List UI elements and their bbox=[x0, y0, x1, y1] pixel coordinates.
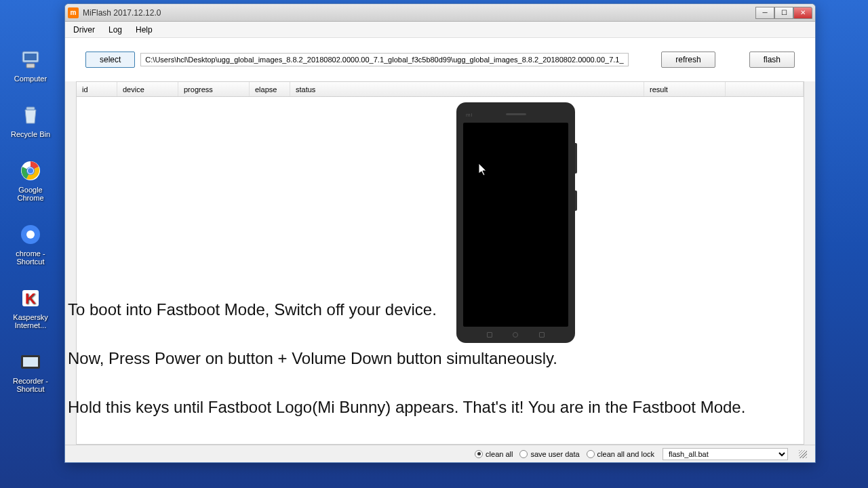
window-title: MiFlash 2017.12.12.0 bbox=[83, 8, 755, 18]
overlay-instruction-3: Hold this keys until Fastboot Logo(Mi Bu… bbox=[68, 398, 745, 417]
phone-nav-back-icon bbox=[539, 332, 545, 338]
phone-nav-buttons bbox=[456, 332, 575, 338]
radio-clean-all[interactable]: clean all bbox=[475, 450, 513, 458]
recycle-bin-icon bbox=[18, 103, 43, 127]
radio-icon bbox=[587, 450, 595, 458]
script-select[interactable]: flash_all.bat bbox=[663, 448, 788, 460]
desktop-icons: Computer Recycle Bin Google Chrome chrom… bbox=[10, 47, 51, 393]
titlebar[interactable]: m MiFlash 2017.12.12.0 ─ ☐ ✕ bbox=[65, 4, 815, 22]
desktop-icon-chrome[interactable]: Google Chrome bbox=[10, 159, 51, 202]
svg-point-9 bbox=[26, 230, 35, 239]
statusbar: clean all save user data clean all and l… bbox=[65, 445, 815, 462]
desktop-icon-label: Kaspersky Internet... bbox=[10, 313, 51, 329]
phone-logo: mi bbox=[466, 112, 473, 118]
desktop-icon-recycle-bin[interactable]: Recycle Bin bbox=[10, 103, 51, 138]
close-button[interactable]: ✕ bbox=[793, 7, 812, 19]
flash-button[interactable]: flash bbox=[749, 52, 795, 68]
svg-point-7 bbox=[28, 168, 33, 174]
svg-rect-3 bbox=[26, 107, 35, 110]
maximize-button[interactable]: ☐ bbox=[774, 7, 793, 19]
menu-driver[interactable]: Driver bbox=[73, 25, 95, 35]
device-table: id device progress elapse status result … bbox=[76, 81, 804, 445]
radio-icon bbox=[475, 450, 483, 458]
phone-volume-button bbox=[575, 143, 577, 174]
svg-rect-1 bbox=[24, 54, 37, 60]
miflash-window: m MiFlash 2017.12.12.0 ─ ☐ ✕ Driver Log … bbox=[64, 3, 816, 463]
phone-illustration: mi bbox=[456, 102, 575, 343]
desktop-icon-computer[interactable]: Computer bbox=[10, 47, 51, 83]
window-controls: ─ ☐ ✕ bbox=[755, 7, 812, 19]
computer-icon bbox=[18, 47, 43, 72]
chrome-shortcut-icon bbox=[18, 222, 43, 247]
menu-log[interactable]: Log bbox=[108, 25, 122, 35]
desktop-icon-kaspersky[interactable]: K Kaspersky Internet... bbox=[10, 286, 51, 329]
col-result[interactable]: result bbox=[644, 82, 726, 96]
col-elapse[interactable]: elapse bbox=[250, 82, 290, 96]
phone-screen bbox=[463, 123, 568, 327]
col-spacer bbox=[726, 82, 804, 96]
radio-label: clean all and lock bbox=[597, 450, 654, 458]
radio-label: clean all bbox=[486, 450, 513, 458]
phone-power-button bbox=[575, 190, 577, 211]
desktop-icon-label: Google Chrome bbox=[10, 186, 51, 202]
flash-mode-radios: clean all save user data clean all and l… bbox=[475, 450, 654, 458]
toolbar: select refresh flash bbox=[65, 38, 815, 81]
col-id[interactable]: id bbox=[77, 82, 117, 96]
recorder-icon bbox=[18, 350, 43, 374]
col-progress[interactable]: progress bbox=[178, 82, 250, 96]
radio-clean-all-and-lock[interactable]: clean all and lock bbox=[587, 450, 654, 458]
svg-rect-13 bbox=[23, 357, 38, 367]
desktop-icon-label: Recorder - Shortcut bbox=[10, 377, 51, 393]
col-status[interactable]: status bbox=[290, 82, 644, 96]
kaspersky-icon: K bbox=[18, 286, 43, 310]
phone-nav-menu-icon bbox=[487, 332, 492, 338]
select-button[interactable]: select bbox=[85, 52, 135, 68]
radio-icon bbox=[519, 450, 528, 458]
desktop-icon-label: chrome - Shortcut bbox=[10, 249, 51, 266]
resize-grip-icon[interactable] bbox=[799, 450, 807, 458]
desktop-icon-label: Recycle Bin bbox=[11, 130, 50, 138]
overlay-instruction-2: Now, Press Power on button + Volume Down… bbox=[68, 349, 557, 368]
col-device[interactable]: device bbox=[117, 82, 178, 96]
radio-label: save user data bbox=[530, 450, 579, 458]
svg-rect-2 bbox=[26, 64, 35, 68]
phone-nav-home-icon bbox=[513, 332, 518, 338]
refresh-button[interactable]: refresh bbox=[661, 52, 715, 68]
table-header: id device progress elapse status result bbox=[77, 82, 804, 97]
desktop-icon-chrome-shortcut[interactable]: chrome - Shortcut bbox=[10, 222, 51, 266]
overlay-instruction-1: To boot into Fastboot Mode, Switch off y… bbox=[68, 300, 437, 319]
minimize-button[interactable]: ─ bbox=[755, 7, 774, 19]
desktop-icon-label: Computer bbox=[14, 75, 47, 83]
desktop-icon-recorder[interactable]: Recorder - Shortcut bbox=[10, 350, 51, 393]
path-input[interactable] bbox=[140, 53, 629, 66]
menubar: Driver Log Help bbox=[65, 22, 815, 38]
svg-text:K: K bbox=[25, 290, 36, 307]
radio-save-user-data[interactable]: save user data bbox=[519, 450, 579, 458]
menu-help[interactable]: Help bbox=[136, 25, 153, 35]
chrome-icon bbox=[18, 159, 43, 183]
phone-speaker bbox=[506, 113, 526, 115]
app-icon: m bbox=[68, 7, 79, 18]
